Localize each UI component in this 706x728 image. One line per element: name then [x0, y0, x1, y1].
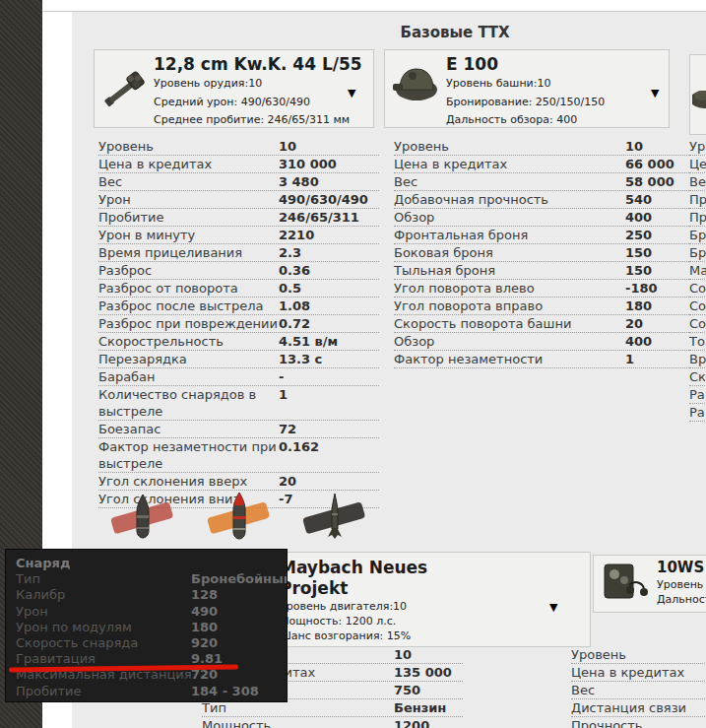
stat-value: 20 — [625, 315, 643, 332]
clipped-module-card[interactable] — [689, 54, 706, 135]
turret-stat-row: Цена в кредитах66 000 — [394, 156, 689, 173]
stat-value: 2.3 — [279, 244, 301, 261]
gun-stat-row: Разброс0.36 — [98, 262, 379, 280]
stat-value: 10 — [279, 138, 296, 155]
stat-value: 2210 — [279, 227, 314, 243]
radio-stat-row: Прочность — [571, 717, 706, 728]
stat-label: Угол поворота вправо — [394, 298, 543, 314]
stat-label: Разброс после выстрела — [98, 298, 263, 314]
stat-value: 3 480 — [279, 173, 319, 190]
gun-sublines: Уровень орудия:10Средний урон: 490/630/4… — [154, 75, 368, 130]
stat-label: Урон — [98, 191, 131, 208]
stat-label: Скорость снаряда — [16, 635, 138, 651]
turret-stat-row: Боковая броня150 — [394, 244, 689, 262]
stat-label: Гравитация — [16, 651, 96, 667]
gun-stat-row: Разброс при повреждении0.72 — [98, 315, 379, 333]
stat-label: Тыльная броня — [394, 262, 495, 279]
turret-stat-row: Фронтальная броня250 — [394, 227, 689, 244]
stat-label: Урон — [16, 604, 48, 620]
clipped-stat-row: Ве — [689, 173, 706, 191]
stat-value: 490 — [191, 604, 218, 620]
chevron-down-icon[interactable]: ▼ — [348, 88, 355, 99]
turret-subline: Дальность обзора: 400 — [446, 111, 663, 130]
stat-label: Калибр — [16, 587, 65, 603]
tooltip-row: Урон490 — [16, 604, 287, 620]
turret-module-card[interactable]: E 100 Уровень башни:10Бронирование: 250/… — [384, 49, 670, 128]
tooltip-row: Скорость снаряда920 — [16, 635, 287, 651]
clipped-stat-row: Со — [689, 298, 706, 315]
turret-title: E 100 — [446, 53, 663, 75]
stat-label: Урон по модулям — [16, 620, 132, 635]
gun-stat-row: Перезарядка13.3 с — [98, 351, 379, 368]
turret-stat-row: Уровень10 — [394, 138, 689, 156]
stat-value: 0.36 — [279, 262, 310, 279]
chevron-down-icon[interactable]: ▼ — [549, 602, 557, 613]
clipped-stat-row: Це — [689, 156, 706, 173]
turret-stat-row: Скорость поворота башни20 — [394, 315, 689, 333]
gun-module-card[interactable]: 12,8 cm Kw.K. 44 L/55 Уровень орудия:10С… — [94, 49, 374, 128]
tooltip-row: ТипБронебойный — [16, 571, 287, 587]
gun-stat-row: Пробитие246/65/311 — [98, 209, 379, 227]
gun-title: 12,8 cm Kw.K. 44 L/55 — [154, 53, 368, 75]
top-band — [42, 0, 706, 12]
stat-value: 180 — [191, 620, 218, 635]
clipped-stat-row: Ма — [689, 262, 706, 280]
gun-stat-row: Боезапас72 — [98, 421, 379, 438]
page-title: Базовые ТТХ — [332, 24, 578, 41]
stat-value: 246/65/311 — [279, 209, 359, 226]
stat-value: 20 — [279, 473, 296, 490]
shell-he-icon[interactable] — [295, 490, 374, 545]
stat-value: 13.3 с — [279, 351, 322, 367]
turret-subline: Уровень башни:10 — [446, 75, 663, 94]
stat-label: Урон в минуту — [98, 227, 195, 243]
stat-value: 400 — [625, 333, 652, 350]
engine-subline: Уровень двигателя:10 — [280, 599, 575, 614]
clipped-stat-row: Со — [689, 280, 706, 298]
radio-subline: Дальност — [657, 592, 706, 607]
radio-module-card[interactable]: 10WS Уровень рДальност — [593, 555, 706, 613]
stat-value: Бензин — [394, 699, 446, 716]
clipped-stats-table: УрЦеВеПрПрБрБрМаСоСоСоТоВрСкРаРа — [689, 138, 706, 422]
shell-apcr-icon[interactable] — [200, 490, 279, 545]
stat-label: Боезапас — [98, 421, 160, 437]
radio-icon — [602, 562, 649, 605]
gun-subline: Среднее пробитие: 246/65/311 мм — [154, 111, 368, 130]
stat-value: 150 — [625, 262, 652, 279]
stat-value: 1 — [279, 386, 288, 403]
tooltip-row: Урон по модулям180 — [16, 620, 287, 635]
shell-ap-icon[interactable] — [103, 490, 182, 545]
page-root: Базовые ТТХ 12,8 cm Kw.K. 44 L/55 Уровен… — [0, 0, 706, 728]
radio-stat-row: Дистанция связи — [571, 699, 706, 717]
stat-label: Вес — [394, 173, 417, 190]
stat-label: Пробитие — [16, 684, 81, 699]
radio-stat-row: Цена в кредитах — [571, 664, 706, 682]
stat-label: Цена в кредитах — [98, 156, 212, 172]
stat-label: Обзор — [394, 333, 434, 350]
stat-label: Добавочная прочность — [394, 191, 548, 208]
stat-value: 1200 — [394, 717, 429, 728]
gun-stat-row: Вес3 480 — [98, 173, 379, 191]
clipped-stat-row: Бр — [689, 227, 706, 244]
turret-stat-row: Обзор400 — [394, 209, 689, 227]
clipped-stat-row: Вр — [689, 351, 706, 368]
stat-value: 750 — [394, 682, 420, 698]
turret-stat-row: Тыльная броня150 — [394, 262, 689, 280]
shell-tooltip: Снаряд ТипБронебойныйКалибр128Урон490Уро… — [5, 549, 288, 702]
clipped-stat-row: Пр — [689, 209, 706, 227]
turret-stat-row: Обзор400 — [394, 333, 689, 351]
gun-stat-row: Цена в кредитах310 000 — [98, 156, 379, 173]
gun-stat-row: Скорострельность4.51 в/м — [98, 333, 379, 351]
stat-value: 66 000 — [625, 156, 674, 172]
chevron-down-icon[interactable]: ▼ — [651, 88, 659, 99]
stat-value: 180 — [625, 298, 652, 314]
stat-label: Барабан — [98, 368, 156, 385]
stat-label: Боковая броня — [394, 244, 493, 261]
engine-title: Maybach Neues Projekt — [280, 558, 437, 599]
stat-value: 0.5 — [279, 280, 301, 297]
stat-label: Разброс — [98, 262, 152, 279]
turret-stat-row: Фактор незаметности1 — [394, 351, 689, 368]
clipped-stat-row: Пр — [689, 191, 706, 209]
stat-label: Вес — [98, 173, 122, 190]
turret-sublines: Уровень башни:10Бронирование: 250/150/15… — [446, 75, 663, 130]
stat-label: Обзор — [394, 209, 434, 226]
